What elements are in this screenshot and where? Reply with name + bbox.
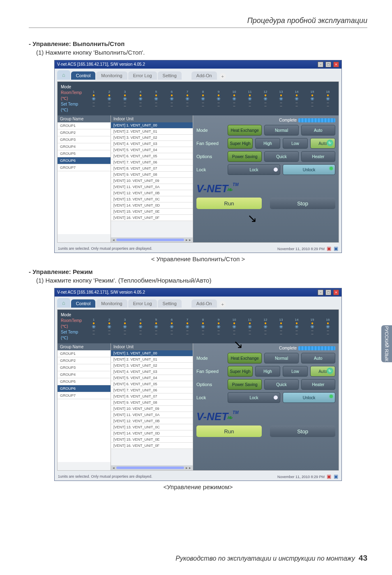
unit-row[interactable]: [VENT] 13. VENT_UNIT_0C (111, 424, 193, 430)
group-row[interactable]: GROUP4 (58, 143, 111, 150)
close-icon[interactable]: × (333, 62, 339, 67)
unit-row[interactable]: [VENT] 14. VENT_UNIT_0D (111, 430, 193, 437)
opt-quick-button[interactable]: Quick (264, 151, 298, 162)
lock-button[interactable]: Lock (228, 164, 280, 175)
mode-auto-button[interactable]: Auto (301, 125, 335, 136)
maximize-icon[interactable]: □ (325, 290, 331, 295)
fan-high-button[interactable]: High (255, 138, 280, 149)
group-row[interactable]: GROUP3 (58, 364, 111, 371)
unit-row[interactable]: [VENT] 2. VENT_UNIT_01 (111, 129, 193, 135)
fan-high-button[interactable]: High (255, 366, 280, 377)
unit-row[interactable]: [VENT] 7. VENT_UNIT_06 (111, 159, 193, 166)
scroll-left-icon[interactable]: ◂ (113, 466, 115, 470)
group-row[interactable]: GROUP6 (58, 157, 111, 164)
fan-low-button[interactable]: Low (283, 366, 308, 377)
tab-errorlog[interactable]: Error Log (128, 299, 157, 308)
group-row[interactable]: GROUP5 (58, 378, 111, 385)
fan-auto-button[interactable]: ↻Auto (310, 138, 335, 149)
run-button[interactable]: Run (196, 426, 262, 437)
unit-row[interactable]: [VENT] 13. VENT_UNIT_0C (111, 196, 193, 202)
unit-row[interactable]: [VENT] 8. VENT_UNIT_07 (111, 393, 193, 400)
unit-row[interactable]: [VENT] 10. VENT_UNIT_09 (111, 178, 193, 184)
opt-heater-button[interactable]: Heater (301, 379, 335, 390)
tab-control[interactable]: Control (71, 299, 95, 308)
unit-row[interactable]: [VENT] 1. VENT_UNIT_00 (111, 350, 193, 356)
tab-home[interactable]: Home (57, 298, 70, 308)
unit-row[interactable]: [VENT] 16. VENT_UNIT_0F (111, 443, 193, 449)
fan-low-button[interactable]: Low (283, 138, 308, 149)
unit-row[interactable]: [VENT] 8. VENT_UNIT_07 (111, 166, 193, 172)
tab-control[interactable]: Control (71, 71, 95, 80)
status-icon-1[interactable]: ▣ (327, 246, 331, 251)
fan-superhigh-button[interactable]: Super High (228, 366, 253, 377)
mode-auto-button[interactable]: Auto (301, 353, 335, 363)
opt-powersaving-button[interactable]: Power Saving (228, 151, 262, 162)
mode-heatexchange-button[interactable]: Heat Exchange (228, 125, 262, 136)
unit-row[interactable]: [VENT] 4. VENT_UNIT_03 (111, 369, 193, 375)
unit-row[interactable]: [VENT] 11. VENT_UNIT_0A (111, 184, 193, 190)
group-row[interactable]: GROUP3 (58, 136, 111, 143)
tab-add[interactable]: + (219, 301, 226, 308)
scroll-right-icon[interactable]: ▸ ▸ (186, 466, 191, 470)
unlock-button[interactable]: Unlock (283, 164, 335, 175)
tab-setting[interactable]: Setting (158, 299, 182, 308)
tab-errorlog[interactable]: Error Log (128, 71, 157, 80)
mode-normal-button[interactable]: Normal (264, 353, 298, 363)
unit-row[interactable]: [VENT] 10. VENT_UNIT_09 (111, 406, 193, 412)
minimize-icon[interactable]: - (318, 290, 323, 295)
scroll-right-icon[interactable]: ▸ ▸ (186, 238, 191, 242)
unit-row[interactable]: [VENT] 9. VENT_UNIT_08 (111, 400, 193, 406)
run-button[interactable]: Run (196, 198, 262, 209)
scroll-footer[interactable]: ◂ ▸ ▸ (111, 465, 193, 470)
unit-row[interactable]: [VENT] 14. VENT_UNIT_0D (111, 202, 193, 209)
unit-row[interactable]: [VENT] 15. VENT_UNIT_0E (111, 437, 193, 443)
fan-auto-button[interactable]: ↻Auto (310, 366, 335, 377)
unit-row[interactable]: [VENT] 3. VENT_UNIT_02 (111, 135, 193, 141)
window-controls[interactable]: - □ × (317, 60, 339, 69)
opt-powersaving-button[interactable]: Power Saving (228, 379, 262, 390)
scroll-footer[interactable]: ◂ ▸ ▸ (111, 237, 193, 242)
stop-button[interactable]: Stop (270, 198, 335, 209)
tab-home[interactable]: Home (57, 70, 70, 80)
unit-row[interactable]: [VENT] 1. VENT_UNIT_00 (111, 122, 193, 129)
lock-button[interactable]: Lock (228, 392, 280, 403)
status-icon-1[interactable]: ▣ (327, 474, 331, 479)
group-row[interactable]: GROUP2 (58, 357, 111, 364)
tab-add[interactable]: + (219, 73, 226, 80)
unit-row[interactable]: [VENT] 9. VENT_UNIT_08 (111, 172, 193, 178)
unit-row[interactable]: [VENT] 16. VENT_UNIT_0F (111, 215, 193, 221)
unit-row[interactable]: [VENT] 2. VENT_UNIT_01 (111, 356, 193, 363)
opt-quick-button[interactable]: Quick (264, 379, 298, 390)
tab-monitoring[interactable]: Monitoring (96, 71, 127, 80)
status-icon-2[interactable]: ▣ (334, 246, 338, 251)
unlock-button[interactable]: Unlock (283, 392, 335, 403)
scroll-left-icon[interactable]: ◂ (113, 238, 115, 242)
maximize-icon[interactable]: □ (325, 62, 331, 67)
tab-addon[interactable]: Add-On (191, 299, 217, 308)
group-row[interactable]: GROUP5 (58, 150, 111, 157)
group-row[interactable]: GROUP2 (58, 129, 111, 136)
group-row[interactable]: GROUP7 (58, 164, 111, 171)
unit-row[interactable]: [VENT] 11. VENT_UNIT_0A (111, 412, 193, 418)
minimize-icon[interactable]: - (318, 62, 323, 67)
group-row[interactable]: GROUP7 (58, 392, 111, 399)
unit-row[interactable]: [VENT] 12. VENT_UNIT_0B (111, 418, 193, 424)
unit-row[interactable]: [VENT] 15. VENT_UNIT_0E (111, 209, 193, 215)
unit-row[interactable]: [VENT] 6. VENT_UNIT_05 (111, 381, 193, 387)
window-controls[interactable]: - □ × (317, 288, 339, 297)
unit-row[interactable]: [VENT] 3. VENT_UNIT_02 (111, 363, 193, 369)
tab-monitoring[interactable]: Monitoring (96, 299, 127, 308)
tab-setting[interactable]: Setting (158, 71, 182, 80)
group-row[interactable]: GROUP6 (58, 385, 111, 392)
unit-row[interactable]: [VENT] 5. VENT_UNIT_04 (111, 375, 193, 381)
group-row[interactable]: GROUP1 (58, 122, 111, 129)
close-icon[interactable]: × (333, 290, 339, 295)
mode-heatexchange-button[interactable]: Heat Exchange (228, 353, 262, 363)
fan-superhigh-button[interactable]: Super High (228, 138, 253, 149)
unit-row[interactable]: [VENT] 4. VENT_UNIT_03 (111, 141, 193, 147)
opt-heater-button[interactable]: Heater (301, 151, 335, 162)
unit-row[interactable]: [VENT] 5. VENT_UNIT_04 (111, 147, 193, 153)
unit-row[interactable]: [VENT] 7. VENT_UNIT_06 (111, 387, 193, 393)
status-icon-2[interactable]: ▣ (334, 474, 338, 479)
group-row[interactable]: GROUP4 (58, 371, 111, 378)
